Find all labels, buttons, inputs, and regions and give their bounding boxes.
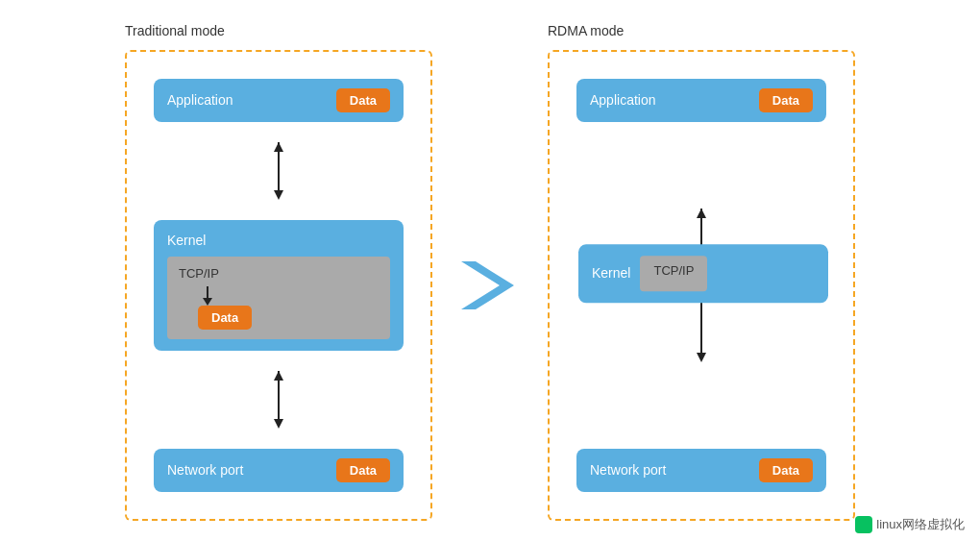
svg-marker-7 [274,371,283,381]
svg-marker-2 [274,142,283,152]
trad-application-data: Data [336,88,390,112]
rdma-application-block: Application Data [576,79,826,122]
svg-marker-6 [274,419,283,429]
trad-kernel-data: Data [198,306,252,330]
rdma-network-label: Network port [590,462,666,478]
rdma-kernel-block: Kernel TCP/IP [578,244,828,303]
trad-arrow-svg-1 [269,142,288,200]
mode-transition-arrow [452,247,528,324]
rdma-kernel-label: Kernel [592,265,630,281]
trad-application-block: Application Data [154,79,404,122]
svg-marker-4 [203,298,212,306]
trad-arrow-1 [269,142,288,200]
rdma-title: RDMA mode [548,23,624,38]
watermark: linux网络虚拟化 [855,516,965,533]
svg-marker-1 [274,190,283,200]
main-container: Traditional mode Application Data [0,0,980,541]
rdma-tcp-box: TCP/IP [640,256,707,291]
rdma-panel: Application Data RDMA Kernel T [548,50,855,521]
wechat-icon [855,516,872,533]
svg-marker-10 [697,353,706,362]
rdma-application-data: Data [759,88,813,112]
rdma-layout: Application Data RDMA Kernel T [564,71,839,500]
trad-network-data: Data [336,458,390,482]
trad-kernel-inner: TCP/IP Data [167,257,390,339]
trad-kernel-block: Kernel TCP/IP Data [154,220,404,351]
rdma-application-label: Application [590,92,656,108]
chevron-svg [456,252,524,319]
trad-application-label: Application [167,92,233,108]
traditional-panel: Application Data Kernel TCP/IP [125,50,432,521]
rdma-network-data: Data [759,458,813,482]
traditional-title: Traditional mode [125,23,225,38]
trad-tcp-label: TCP/IP [179,266,219,281]
trad-kernel-label: Kernel [167,233,206,248]
trad-network-block: Network port Data [154,449,404,492]
trad-inner-arrow [198,286,217,306]
trad-arrow-svg-2 [269,371,288,429]
trad-network-label: Network port [167,462,243,478]
rdma-tcp-label: TCP/IP [653,263,694,278]
trad-arrow-2 [269,371,288,429]
rdma-network-block: Network port Data [576,449,826,492]
watermark-text: linux网络虚拟化 [876,516,965,533]
svg-marker-8 [461,261,514,309]
svg-marker-11 [697,209,706,218]
